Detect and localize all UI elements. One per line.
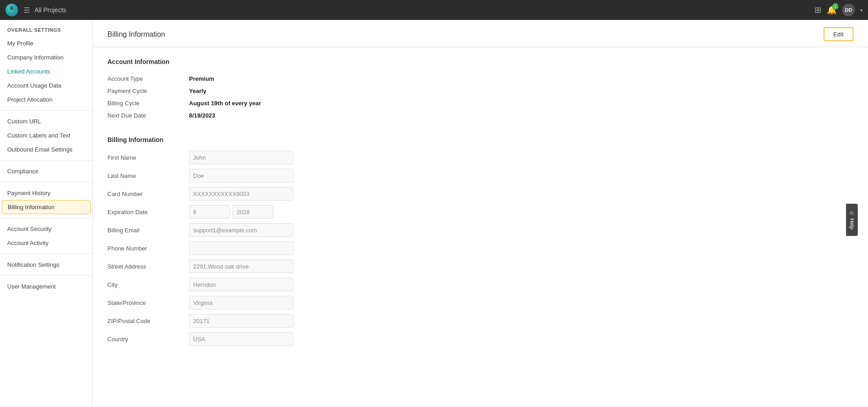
street-address-row: Street Address bbox=[107, 260, 853, 273]
layout: OVERALL SETTINGS My Profile Company Info… bbox=[0, 20, 868, 407]
zip-postal-code-row: ZIP/Postal Code bbox=[107, 314, 853, 328]
navbar-title: All Projects bbox=[34, 6, 66, 14]
state-province-row: State/Province bbox=[107, 296, 853, 309]
billing-info-heading: Billing Information bbox=[107, 136, 853, 143]
notification-bell[interactable]: 🔔 1 bbox=[827, 5, 837, 15]
billing-cycle-row: Billing Cycle August 19th of every year bbox=[107, 97, 853, 109]
notification-badge: 1 bbox=[832, 3, 839, 10]
app-logo bbox=[5, 4, 18, 16]
state-province-input[interactable] bbox=[189, 296, 293, 309]
sidebar-item-account-activity[interactable]: Account Activity bbox=[0, 236, 92, 250]
sidebar-divider-1 bbox=[0, 110, 92, 111]
sidebar-item-company-information[interactable]: Company Information bbox=[0, 50, 92, 64]
sidebar-item-custom-labels-and-text[interactable]: Custom Labels and Text bbox=[0, 128, 92, 142]
payment-cycle-label: Payment Cycle bbox=[107, 88, 189, 94]
billing-email-label: Billing Email bbox=[107, 227, 189, 234]
content-area: Account Information Account Type Premium… bbox=[93, 47, 868, 361]
sidebar-item-compliance[interactable]: Compliance bbox=[0, 164, 92, 178]
phone-number-label: Phone Number bbox=[107, 245, 189, 252]
sidebar-item-user-management[interactable]: User Management bbox=[0, 280, 92, 294]
phone-number-row: Phone Number bbox=[107, 241, 853, 255]
hamburger-icon[interactable]: ☰ bbox=[24, 6, 30, 15]
account-info-table: Account Type Premium Payment Cycle Yearl… bbox=[107, 73, 853, 122]
help-tab[interactable]: ☺ Help bbox=[846, 204, 858, 236]
next-due-date-row: Next Due Date 8/19/2023 bbox=[107, 109, 853, 122]
billing-cycle-label: Billing Cycle bbox=[107, 100, 189, 107]
account-info-heading: Account Information bbox=[107, 58, 853, 65]
page-title: Billing Information bbox=[107, 30, 165, 39]
sidebar-divider-4 bbox=[0, 218, 92, 218]
billing-email-input[interactable] bbox=[189, 223, 293, 237]
street-address-label: Street Address bbox=[107, 263, 189, 270]
country-row: Country bbox=[107, 332, 853, 346]
avatar-dropdown-arrow[interactable]: ▾ bbox=[860, 8, 863, 13]
first-name-label: First Name bbox=[107, 154, 189, 161]
city-input[interactable] bbox=[189, 278, 293, 291]
sidebar-item-my-profile[interactable]: My Profile bbox=[0, 36, 92, 50]
sidebar-item-notification-settings[interactable]: Notification Settings bbox=[0, 258, 92, 272]
card-number-row: Card Number bbox=[107, 187, 853, 201]
first-name-input[interactable] bbox=[189, 151, 293, 164]
help-icon: ☺ bbox=[849, 210, 855, 216]
account-type-row: Account Type Premium bbox=[107, 73, 853, 85]
sidebar-divider-6 bbox=[0, 275, 92, 276]
help-label: Help bbox=[849, 218, 855, 230]
grid-icon[interactable]: ⊞ bbox=[815, 5, 821, 15]
city-label: City bbox=[107, 281, 189, 288]
sidebar-item-project-allocation[interactable]: Project Allocation bbox=[0, 93, 92, 107]
card-number-input[interactable] bbox=[189, 187, 293, 201]
country-label: Country bbox=[107, 336, 189, 343]
page-header: Billing Information Edit bbox=[93, 20, 868, 47]
payment-cycle-value: Yearly bbox=[189, 88, 206, 94]
sidebar-item-billing-information[interactable]: Billing Information bbox=[2, 200, 91, 214]
sidebar-divider-5 bbox=[0, 254, 92, 254]
expiration-month-input[interactable] bbox=[189, 205, 230, 219]
sidebar-item-payment-history[interactable]: Payment History bbox=[0, 186, 92, 200]
street-address-input[interactable] bbox=[189, 260, 293, 273]
sidebar-divider-2 bbox=[0, 160, 92, 161]
next-due-date-value: 8/19/2023 bbox=[189, 112, 215, 119]
sidebar-item-custom-url[interactable]: Custom URL bbox=[0, 114, 92, 128]
sidebar-item-outbound-email-settings[interactable]: Outbound Email Settings bbox=[0, 142, 92, 157]
card-number-label: Card Number bbox=[107, 191, 189, 197]
last-name-label: Last Name bbox=[107, 172, 189, 179]
first-name-row: First Name bbox=[107, 151, 853, 164]
city-row: City bbox=[107, 278, 853, 291]
main-content: Billing Information Edit Account Informa… bbox=[93, 20, 868, 407]
expiration-date-label: Expiration Date bbox=[107, 209, 189, 216]
billing-cycle-value: August 19th of every year bbox=[189, 100, 261, 107]
last-name-input[interactable] bbox=[189, 169, 293, 182]
avatar[interactable]: DD bbox=[842, 4, 855, 16]
phone-number-input[interactable] bbox=[189, 241, 293, 255]
expiration-date-group bbox=[189, 205, 273, 219]
sidebar-section-title: OVERALL SETTINGS bbox=[0, 27, 92, 36]
edit-button[interactable]: Edit bbox=[824, 27, 853, 41]
sidebar-item-account-usage-data[interactable]: Account Usage Data bbox=[0, 78, 92, 93]
expiration-date-row: Expiration Date bbox=[107, 205, 853, 219]
last-name-row: Last Name bbox=[107, 169, 853, 182]
account-type-label: Account Type bbox=[107, 75, 189, 82]
billing-email-row: Billing Email bbox=[107, 223, 853, 237]
zip-postal-code-label: ZIP/Postal Code bbox=[107, 318, 189, 324]
payment-cycle-row: Payment Cycle Yearly bbox=[107, 85, 853, 97]
billing-form-section: First Name Last Name Card Number Expirat… bbox=[107, 151, 853, 346]
expiration-year-input[interactable] bbox=[233, 205, 273, 219]
country-input[interactable] bbox=[189, 332, 293, 346]
navbar-right: ⊞ 🔔 1 DD ▾ bbox=[815, 4, 863, 16]
state-province-label: State/Province bbox=[107, 299, 189, 306]
account-type-value: Premium bbox=[189, 75, 214, 82]
sidebar: OVERALL SETTINGS My Profile Company Info… bbox=[0, 20, 93, 407]
navbar: ☰ All Projects ⊞ 🔔 1 DD ▾ bbox=[0, 0, 868, 20]
zip-postal-code-input[interactable] bbox=[189, 314, 293, 328]
sidebar-divider-3 bbox=[0, 182, 92, 182]
next-due-date-label: Next Due Date bbox=[107, 112, 189, 119]
sidebar-item-linked-accounts[interactable]: Linked Accounts bbox=[0, 64, 92, 78]
sidebar-item-account-security[interactable]: Account Security bbox=[0, 222, 92, 236]
